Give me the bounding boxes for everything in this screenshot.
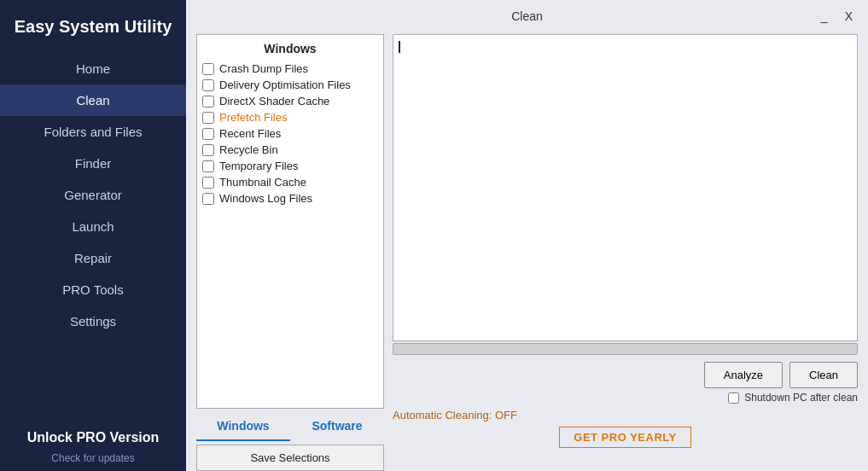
auto-clean-row: Automatic Cleaning: OFF [393,409,858,422]
sidebar-item-generator[interactable]: Generator [0,179,186,211]
left-panel: Windows Crash Dump FilesDelivery Optimis… [196,34,384,471]
shutdown-checkbox[interactable] [728,392,739,404]
tab-row: Windows Software [196,412,384,441]
check-updates-link[interactable]: Check for updates [51,452,134,464]
main-area: Clean _ X Windows Crash Dump FilesDelive… [186,0,868,471]
sidebar-item-pro-tools[interactable]: PRO Tools [0,274,186,305]
checkbox-item-6[interactable]: Temporary Files [202,158,378,174]
sidebar-item-clean[interactable]: Clean [0,84,186,116]
checkbox-label-4: Recent Files [219,127,281,140]
checkbox-label-6: Temporary Files [219,160,298,172]
checkbox-input-6[interactable] [202,160,214,172]
checkbox-input-5[interactable] [202,144,214,156]
auto-clean-label: Automatic Cleaning: OFF [393,409,517,422]
checkbox-item-2[interactable]: DirectX Shader Cache [202,93,378,109]
output-box [393,34,858,341]
minimize-button[interactable]: _ [816,8,833,25]
checkbox-input-0[interactable] [202,63,214,75]
analyze-button[interactable]: Analyze [704,362,783,388]
sidebar-item-home[interactable]: Home [0,53,186,84]
checkbox-label-0: Crash Dump Files [219,62,308,75]
checkbox-label-1: Delivery Optimisation Files [219,78,351,91]
get-pro-row: GET PRO YEARLY [393,427,858,453]
checkbox-input-1[interactable] [202,79,214,91]
checkbox-item-4[interactable]: Recent Files [202,125,378,142]
section-header: Windows [202,42,378,55]
right-panel: Analyze Clean Shutdown PC after clean Au… [393,34,858,471]
checkbox-item-8[interactable]: Windows Log Files [202,190,378,206]
checkbox-item-5[interactable]: Recycle Bin [202,142,378,158]
checkbox-label-7: Thumbnail Cache [219,176,306,189]
content-panels: Windows Crash Dump FilesDelivery Optimis… [186,31,868,471]
tab-windows[interactable]: Windows [196,412,290,441]
checkbox-item-7[interactable]: Thumbnail Cache [202,174,378,190]
checkbox-item-0[interactable]: Crash Dump Files [202,61,378,77]
progress-bar [393,343,858,355]
window-title: Clean [417,9,637,23]
sidebar-nav: HomeCleanFolders and FilesFinderGenerato… [0,53,186,416]
checkboxes-container: Crash Dump FilesDelivery Optimisation Fi… [202,61,378,206]
sidebar: Easy System Utility HomeCleanFolders and… [0,0,186,471]
app-title: Easy System Utility [0,0,186,53]
checkbox-input-7[interactable] [202,177,214,189]
title-bar: Clean _ X [186,0,868,31]
checkbox-item-1[interactable]: Delivery Optimisation Files [202,77,378,93]
window-controls: _ X [638,8,858,25]
shutdown-label: Shutdown PC after clean [744,392,858,404]
checkbox-input-2[interactable] [202,96,214,108]
checkbox-label-5: Recycle Bin [219,143,278,156]
shutdown-row: Shutdown PC after clean [393,392,858,404]
close-button[interactable]: X [840,8,858,25]
tab-software[interactable]: Software [290,412,384,441]
checkbox-label-8: Windows Log Files [219,192,312,205]
sidebar-item-settings[interactable]: Settings [0,305,186,337]
checkbox-item-3[interactable]: Prefetch Files [202,109,378,125]
checkbox-input-8[interactable] [202,193,214,205]
unlock-pro-button[interactable]: Unlock PRO Version [27,427,160,449]
checkbox-input-3[interactable] [202,112,214,124]
get-pro-button[interactable]: GET PRO YEARLY [559,427,690,448]
clean-button[interactable]: Clean [789,362,858,388]
output-cursor [399,41,400,53]
sidebar-item-folders[interactable]: Folders and Files [0,116,186,148]
checkbox-label-2: DirectX Shader Cache [219,95,329,108]
checkbox-label-3: Prefetch Files [219,111,287,124]
checkbox-input-4[interactable] [202,128,214,140]
sidebar-item-launch[interactable]: Launch [0,211,186,242]
sidebar-item-repair[interactable]: Repair [0,242,186,274]
sidebar-bottom: Unlock PRO Version Check for updates [0,416,186,471]
save-selections-button[interactable]: Save Selections [196,445,384,471]
items-box: Windows Crash Dump FilesDelivery Optimis… [196,34,384,409]
sidebar-item-finder[interactable]: Finder [0,148,186,179]
action-row: Analyze Clean [393,362,858,388]
